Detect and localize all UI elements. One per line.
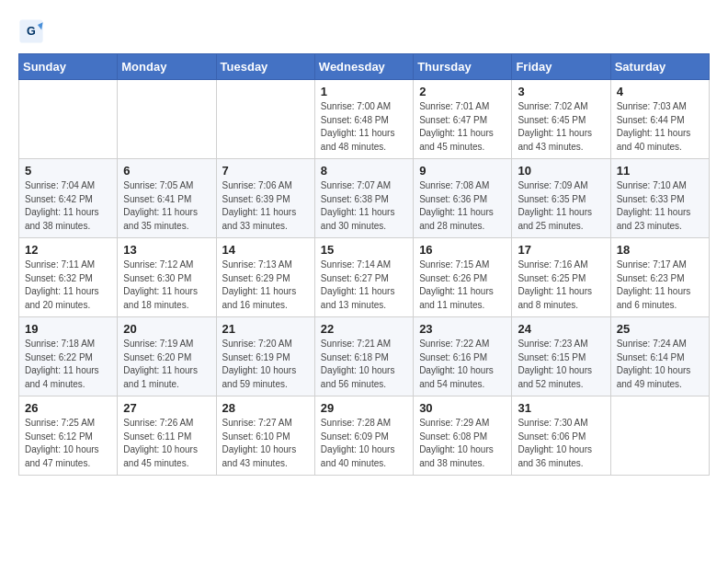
day-info: Sunrise: 7:29 AM Sunset: 6:08 PM Dayligh… xyxy=(419,417,506,470)
calendar-header-row: SundayMondayTuesdayWednesdayThursdayFrid… xyxy=(19,54,710,80)
day-info: Sunrise: 7:21 AM Sunset: 6:18 PM Dayligh… xyxy=(321,338,407,391)
day-info: Sunrise: 7:11 AM Sunset: 6:32 PM Dayligh… xyxy=(25,259,111,312)
calendar-cell xyxy=(118,80,216,159)
day-number: 27 xyxy=(123,401,210,415)
day-info: Sunrise: 7:02 AM Sunset: 6:45 PM Dayligh… xyxy=(518,100,604,154)
calendar-cell: 27Sunrise: 7:26 AM Sunset: 6:11 PM Dayli… xyxy=(118,396,216,476)
day-info: Sunrise: 7:00 AM Sunset: 6:48 PM Dayligh… xyxy=(321,100,407,154)
calendar-cell: 22Sunrise: 7:21 AM Sunset: 6:18 PM Dayli… xyxy=(314,317,413,396)
calendar-cell: 28Sunrise: 7:27 AM Sunset: 6:10 PM Dayli… xyxy=(216,396,314,476)
day-number: 31 xyxy=(518,401,604,415)
day-number: 8 xyxy=(321,164,407,178)
day-number: 14 xyxy=(222,243,309,257)
day-number: 15 xyxy=(321,243,407,257)
weekday-header: Monday xyxy=(118,54,216,80)
calendar-cell: 5Sunrise: 7:04 AM Sunset: 6:42 PM Daylig… xyxy=(19,159,118,238)
calendar-week-row: 19Sunrise: 7:18 AM Sunset: 6:22 PM Dayli… xyxy=(19,317,710,396)
day-number: 20 xyxy=(123,322,210,336)
day-info: Sunrise: 7:23 AM Sunset: 6:15 PM Dayligh… xyxy=(518,338,604,391)
day-info: Sunrise: 7:25 AM Sunset: 6:12 PM Dayligh… xyxy=(25,417,111,470)
day-number: 23 xyxy=(419,322,506,336)
day-number: 3 xyxy=(518,85,604,98)
calendar-cell: 6Sunrise: 7:05 AM Sunset: 6:41 PM Daylig… xyxy=(118,159,216,238)
calendar-cell: 30Sunrise: 7:29 AM Sunset: 6:08 PM Dayli… xyxy=(414,396,512,476)
calendar-cell: 1Sunrise: 7:00 AM Sunset: 6:48 PM Daylig… xyxy=(314,80,413,159)
calendar-cell: 3Sunrise: 7:02 AM Sunset: 6:45 PM Daylig… xyxy=(512,80,610,159)
day-info: Sunrise: 7:19 AM Sunset: 6:20 PM Dayligh… xyxy=(123,338,210,391)
day-info: Sunrise: 7:17 AM Sunset: 6:23 PM Dayligh… xyxy=(617,259,703,312)
day-info: Sunrise: 7:06 AM Sunset: 6:39 PM Dayligh… xyxy=(222,179,309,233)
calendar-cell: 8Sunrise: 7:07 AM Sunset: 6:38 PM Daylig… xyxy=(314,159,413,238)
day-info: Sunrise: 7:22 AM Sunset: 6:16 PM Dayligh… xyxy=(419,338,506,391)
day-number: 22 xyxy=(321,322,407,336)
day-number: 13 xyxy=(123,243,210,257)
day-number: 29 xyxy=(321,401,407,415)
day-number: 30 xyxy=(419,401,506,415)
svg-text:G: G xyxy=(27,25,36,38)
calendar-cell: 31Sunrise: 7:30 AM Sunset: 6:06 PM Dayli… xyxy=(512,396,610,476)
weekday-header: Wednesday xyxy=(314,54,413,80)
calendar-cell: 26Sunrise: 7:25 AM Sunset: 6:12 PM Dayli… xyxy=(19,396,118,476)
logo: G xyxy=(18,18,48,44)
day-info: Sunrise: 7:09 AM Sunset: 6:35 PM Dayligh… xyxy=(518,179,604,233)
weekday-header: Tuesday xyxy=(216,54,314,80)
calendar-header: SundayMondayTuesdayWednesdayThursdayFrid… xyxy=(19,54,710,80)
calendar-week-row: 5Sunrise: 7:04 AM Sunset: 6:42 PM Daylig… xyxy=(19,159,710,238)
day-info: Sunrise: 7:16 AM Sunset: 6:25 PM Dayligh… xyxy=(518,259,604,312)
day-info: Sunrise: 7:20 AM Sunset: 6:19 PM Dayligh… xyxy=(222,338,309,391)
calendar-body: 1Sunrise: 7:00 AM Sunset: 6:48 PM Daylig… xyxy=(19,80,710,476)
calendar-cell: 23Sunrise: 7:22 AM Sunset: 6:16 PM Dayli… xyxy=(414,317,512,396)
calendar-week-row: 1Sunrise: 7:00 AM Sunset: 6:48 PM Daylig… xyxy=(19,80,710,159)
day-info: Sunrise: 7:15 AM Sunset: 6:26 PM Dayligh… xyxy=(419,259,506,312)
day-number: 26 xyxy=(25,401,111,415)
day-number: 9 xyxy=(419,164,506,178)
day-number: 16 xyxy=(419,243,506,257)
calendar-cell: 4Sunrise: 7:03 AM Sunset: 6:44 PM Daylig… xyxy=(610,80,709,159)
calendar-cell: 12Sunrise: 7:11 AM Sunset: 6:32 PM Dayli… xyxy=(19,238,118,317)
calendar-cell: 9Sunrise: 7:08 AM Sunset: 6:36 PM Daylig… xyxy=(414,159,512,238)
page-header: G xyxy=(18,18,710,44)
day-number: 1 xyxy=(321,85,407,98)
weekday-header: Thursday xyxy=(414,54,512,80)
weekday-header: Friday xyxy=(512,54,610,80)
day-info: Sunrise: 7:08 AM Sunset: 6:36 PM Dayligh… xyxy=(419,179,506,233)
day-number: 6 xyxy=(123,164,210,178)
calendar-cell xyxy=(610,396,709,476)
day-info: Sunrise: 7:26 AM Sunset: 6:11 PM Dayligh… xyxy=(123,417,210,470)
calendar-cell: 29Sunrise: 7:28 AM Sunset: 6:09 PM Dayli… xyxy=(314,396,413,476)
day-number: 12 xyxy=(25,243,111,257)
calendar-cell: 10Sunrise: 7:09 AM Sunset: 6:35 PM Dayli… xyxy=(512,159,610,238)
calendar-cell: 21Sunrise: 7:20 AM Sunset: 6:19 PM Dayli… xyxy=(216,317,314,396)
day-info: Sunrise: 7:07 AM Sunset: 6:38 PM Dayligh… xyxy=(321,179,407,233)
calendar-cell: 24Sunrise: 7:23 AM Sunset: 6:15 PM Dayli… xyxy=(512,317,610,396)
day-info: Sunrise: 7:14 AM Sunset: 6:27 PM Dayligh… xyxy=(321,259,407,312)
weekday-header: Saturday xyxy=(610,54,709,80)
calendar-week-row: 12Sunrise: 7:11 AM Sunset: 6:32 PM Dayli… xyxy=(19,238,710,317)
day-number: 21 xyxy=(222,322,309,336)
day-info: Sunrise: 7:18 AM Sunset: 6:22 PM Dayligh… xyxy=(25,338,111,391)
day-number: 25 xyxy=(617,322,703,336)
calendar-cell: 18Sunrise: 7:17 AM Sunset: 6:23 PM Dayli… xyxy=(610,238,709,317)
day-info: Sunrise: 7:30 AM Sunset: 6:06 PM Dayligh… xyxy=(518,417,604,470)
day-number: 28 xyxy=(222,401,309,415)
calendar-cell: 25Sunrise: 7:24 AM Sunset: 6:14 PM Dayli… xyxy=(610,317,709,396)
day-info: Sunrise: 7:04 AM Sunset: 6:42 PM Dayligh… xyxy=(25,179,111,233)
calendar-cell xyxy=(216,80,314,159)
calendar-cell: 20Sunrise: 7:19 AM Sunset: 6:20 PM Dayli… xyxy=(118,317,216,396)
calendar-cell: 14Sunrise: 7:13 AM Sunset: 6:29 PM Dayli… xyxy=(216,238,314,317)
day-info: Sunrise: 7:12 AM Sunset: 6:30 PM Dayligh… xyxy=(123,259,210,312)
day-info: Sunrise: 7:10 AM Sunset: 6:33 PM Dayligh… xyxy=(617,179,703,233)
weekday-header: Sunday xyxy=(19,54,118,80)
calendar-cell xyxy=(19,80,118,159)
calendar-cell: 16Sunrise: 7:15 AM Sunset: 6:26 PM Dayli… xyxy=(414,238,512,317)
day-info: Sunrise: 7:01 AM Sunset: 6:47 PM Dayligh… xyxy=(419,100,506,154)
day-info: Sunrise: 7:24 AM Sunset: 6:14 PM Dayligh… xyxy=(617,338,703,391)
day-number: 18 xyxy=(617,243,703,257)
day-info: Sunrise: 7:28 AM Sunset: 6:09 PM Dayligh… xyxy=(321,417,407,470)
calendar-week-row: 26Sunrise: 7:25 AM Sunset: 6:12 PM Dayli… xyxy=(19,396,710,476)
calendar-cell: 15Sunrise: 7:14 AM Sunset: 6:27 PM Dayli… xyxy=(314,238,413,317)
calendar-table: SundayMondayTuesdayWednesdayThursdayFrid… xyxy=(18,53,710,476)
day-info: Sunrise: 7:03 AM Sunset: 6:44 PM Dayligh… xyxy=(617,100,703,154)
day-number: 5 xyxy=(25,164,111,178)
logo-icon: G xyxy=(18,18,44,44)
